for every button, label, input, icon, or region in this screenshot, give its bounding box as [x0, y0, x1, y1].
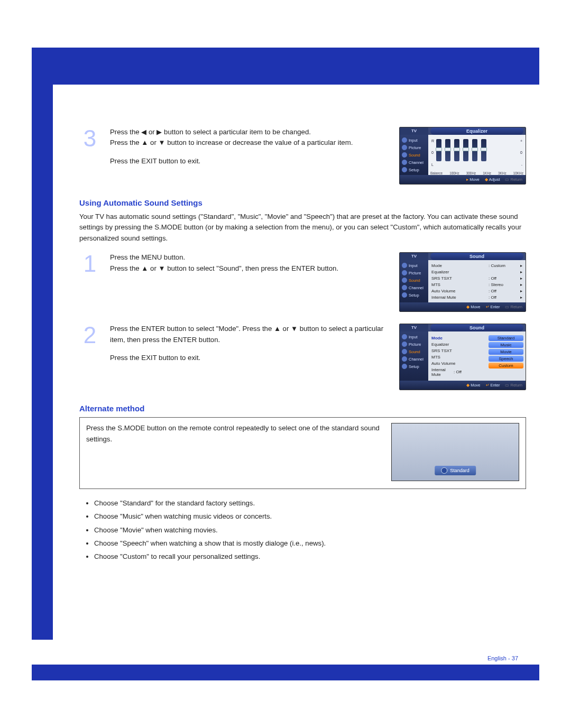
- row-autovol: Auto Volume: [431, 289, 489, 293]
- setup-icon: [402, 167, 407, 172]
- bullet-custom: Choose "Custom" to recall your personali…: [94, 550, 526, 563]
- toast-standard: Standard: [435, 466, 476, 475]
- channel-icon: [402, 160, 407, 165]
- sidebar-input: Input: [409, 138, 418, 143]
- sidebar-input: Input: [409, 263, 418, 268]
- step-text: Press the ◀ or ▶ button to select a part…: [110, 127, 390, 174]
- sound-icon: [402, 278, 407, 283]
- hint-enter: ↵ Enter: [486, 383, 500, 388]
- sound-icon: [441, 467, 447, 474]
- eq-0b: 0: [520, 151, 522, 154]
- sidebar-setup: Setup: [409, 168, 419, 172]
- bullet-movie: Choose "Movie" when watching movies.: [94, 523, 526, 537]
- left-rail: [32, 85, 53, 640]
- opt-movie: Movie: [489, 349, 523, 355]
- osd-title: Equalizer: [430, 127, 523, 135]
- row-mode: Mode: [431, 336, 485, 340]
- channel-icon: [402, 356, 407, 362]
- step-text: Press the ENTER button to select "Mode".…: [110, 324, 390, 371]
- eq-plus: +: [520, 139, 522, 143]
- hint-move: ◆ Move: [466, 305, 480, 309]
- eq-slider-10khz: [481, 139, 486, 161]
- page-content: 3 Press the ◀ or ▶ button to select a pa…: [79, 127, 526, 654]
- eq-slider-100hz: [445, 139, 450, 161]
- picture-icon: [402, 270, 407, 275]
- sidebar-channel: Channel: [409, 357, 423, 362]
- hint-move: ◆ Move: [466, 383, 480, 388]
- hint-move: ▸ Move: [466, 177, 479, 182]
- row-equalizer: Equalizer: [431, 270, 489, 274]
- osd-smode-toast: Standard: [391, 423, 519, 481]
- opt-custom: Custom: [489, 363, 523, 368]
- step2-exit: Press the EXIT button to exit.: [110, 353, 390, 363]
- row-equalizer: Equalizer: [431, 342, 485, 347]
- bottom-rail: [32, 665, 539, 680]
- band-10khz: 10KHz: [513, 171, 523, 175]
- osd-equalizer: TV Equalizer Input Picture Sound Channel…: [399, 127, 526, 185]
- sidebar-sound: Sound: [409, 153, 420, 158]
- sidebar-channel: Channel: [409, 285, 423, 290]
- sound-icon: [402, 349, 407, 354]
- row-srs: SRS TSXT: [431, 276, 489, 281]
- sidebar-sound: Sound: [409, 278, 420, 283]
- row-mts: MTS: [431, 355, 485, 360]
- hint-return: ▭ Return: [505, 383, 522, 388]
- alternate-method-box: Press the S.MODE button on the remote co…: [79, 417, 526, 489]
- hint-return: ▭ Return: [505, 305, 522, 309]
- sidebar-channel: Channel: [409, 160, 423, 165]
- band-300hz: 300Hz: [466, 171, 476, 175]
- setup-icon: [402, 364, 407, 369]
- eq-l: L: [431, 163, 434, 167]
- row-autovol: Auto Volume: [431, 361, 485, 366]
- page-footer: English - 37: [487, 655, 518, 661]
- sidebar-setup: Setup: [409, 293, 419, 298]
- step3-instruction: Press the ◀ or ▶ button to select a part…: [110, 127, 390, 149]
- osd-tv-label: TV: [400, 324, 428, 331]
- picture-icon: [402, 145, 407, 150]
- step-number: 2: [79, 324, 100, 347]
- step-2: 2 Press the ENTER button to select "Mode…: [79, 324, 526, 390]
- eq-slider-3khz: [472, 139, 477, 161]
- row-intmute: Internal Mute: [431, 295, 489, 300]
- eq-slider-balance: [436, 139, 441, 161]
- hint-adjust: ◆ Adjust: [485, 177, 500, 182]
- mode-bullet-list: Choose "Standard" for the standard facto…: [79, 496, 526, 563]
- auto-sound-intro: Your TV has automatic sound settings ("S…: [79, 211, 526, 244]
- picture-icon: [402, 342, 407, 347]
- alt-text: Press the S.MODE button on the remote co…: [86, 423, 383, 481]
- step-text: Press the MENU button.Press the ▲ or ▼ b…: [110, 252, 390, 281]
- channel-icon: [402, 285, 407, 290]
- hint-return: ▭ Return: [505, 177, 522, 182]
- sound-icon: [402, 152, 407, 158]
- row-intmute: Internal Mute: [431, 367, 454, 377]
- sidebar-picture: Picture: [409, 342, 421, 347]
- row-mode: Mode: [431, 263, 489, 268]
- osd-sidebar: Input Picture Sound Channel Setup: [400, 135, 428, 175]
- sidebar-setup: Setup: [409, 364, 419, 369]
- heading-auto-sound: Using Automatic Sound Settings: [79, 198, 526, 207]
- bullet-standard: Choose "Standard" for the standard facto…: [94, 496, 526, 510]
- eq-slider-1khz: [463, 139, 468, 161]
- heading-alternate: Alternate method: [79, 404, 526, 413]
- setup-icon: [402, 292, 407, 298]
- hint-enter: ↵ Enter: [486, 305, 500, 309]
- osd-title: Sound: [430, 253, 523, 260]
- band-100hz: 100Hz: [449, 171, 459, 175]
- sidebar-sound: Sound: [409, 349, 420, 354]
- step1-instruction: Press the MENU button.Press the ▲ or ▼ b…: [110, 252, 390, 274]
- band-1khz: 1KHz: [483, 171, 491, 175]
- step-1: 1 Press the MENU button.Press the ▲ or ▼…: [79, 252, 526, 312]
- sidebar-input: Input: [409, 335, 418, 339]
- sidebar-picture: Picture: [409, 145, 421, 150]
- row-srs: SRS TSXT: [431, 348, 485, 353]
- row-mts: MTS: [431, 282, 489, 287]
- osd-sound-menu: TV Sound Input Picture Sound Channel Set…: [399, 252, 526, 312]
- input-icon: [402, 137, 407, 143]
- banner: [32, 48, 539, 85]
- opt-music: Music: [489, 342, 523, 348]
- opt-speech: Speech: [489, 356, 523, 362]
- band-3khz: 3KHz: [498, 171, 506, 175]
- bullet-speech: Choose "Speech" when watching a show tha…: [94, 537, 526, 550]
- step-number: 1: [79, 252, 100, 275]
- band-balance: Balance: [430, 171, 443, 175]
